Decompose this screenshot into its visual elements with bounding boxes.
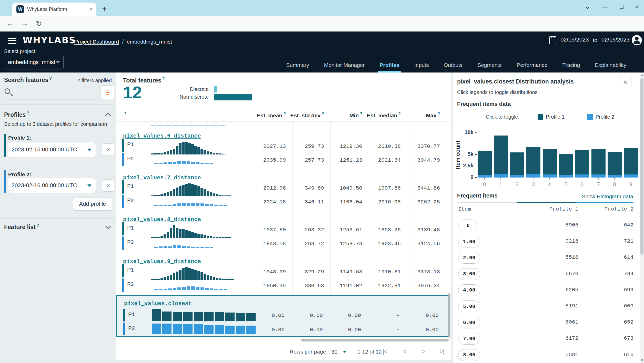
column-feature-name[interactable]: ? [123, 112, 127, 119]
calendar-icon[interactable] [549, 36, 556, 44]
x-tick-mark [614, 178, 615, 180]
tab-inputs[interactable]: Inputs [407, 58, 436, 72]
table-row[interactable]: pixel_values.7_distanceP1P22012.96349.89… [116, 171, 451, 212]
app-header: WHYLABS Project Dashboard / embeddings_m… [0, 32, 644, 72]
add-profile-button[interactable]: Add profile [73, 197, 112, 211]
x-tick-mark [582, 178, 582, 180]
help-icon[interactable]: ? [124, 112, 127, 116]
column-est-std-dev[interactable]: Est. std dev? [290, 112, 324, 119]
selected-row-outline[interactable]: pixel_values.closestP1P20.000.000.00-0.0… [116, 295, 450, 337]
tab-segments[interactable]: Segments [470, 58, 509, 72]
feature-link[interactable]: pixel_values.7_distance [123, 175, 201, 181]
chevron-down-icon[interactable] [343, 351, 347, 353]
profile1-remove-button[interactable]: × [102, 143, 114, 156]
x-tick-label: 8 [607, 181, 622, 188]
tab-profiles[interactable]: Profiles [372, 58, 407, 72]
help-icon[interactable]: ? [49, 76, 52, 80]
new-tab-button[interactable]: + [102, 4, 107, 14]
column-min[interactable]: Min? [349, 112, 362, 119]
date-to-input[interactable]: 02/16/2023 [601, 36, 630, 44]
horizontal-scrollbar[interactable] [301, 339, 449, 341]
chart-bar[interactable] [543, 149, 557, 178]
help-icon[interactable]: ? [37, 223, 39, 227]
browser-tab[interactable]: W WhyLabs Platform × [12, 3, 96, 16]
expand-chevron-icon[interactable] [105, 223, 111, 229]
back-icon[interactable]: ← [6, 19, 13, 28]
vertical-scrollbar[interactable] [448, 293, 450, 338]
help-icon[interactable]: ? [283, 112, 286, 116]
chart-bar[interactable] [510, 152, 524, 178]
chart-bar[interactable] [526, 147, 540, 178]
scroll-down-icon[interactable] [641, 359, 643, 361]
tab-summary[interactable]: Summary [279, 58, 317, 72]
close-window-icon[interactable]: × [635, 3, 639, 10]
profile2-count: 721 [453, 238, 633, 244]
profile1-accent-bar [123, 309, 125, 321]
user-avatar-icon[interactable] [632, 35, 642, 45]
feature-link[interactable]: pixel_values.8_distance [123, 216, 201, 223]
date-from-input[interactable]: 02/15/2023 [560, 36, 589, 44]
panel-scrollbar[interactable] [640, 72, 644, 363]
chart-bar[interactable] [624, 148, 638, 178]
restore-down-icon[interactable]: ⌄ [585, 3, 590, 10]
help-icon[interactable]: ? [27, 111, 29, 115]
filter-button[interactable] [100, 85, 114, 99]
prev-page-button[interactable]: < [402, 348, 406, 356]
panel-close-button[interactable]: × [619, 76, 631, 88]
forward-icon[interactable]: → [21, 19, 28, 28]
chart-bar[interactable] [494, 136, 508, 178]
help-icon[interactable]: ? [398, 112, 401, 116]
tab-monitor-manager[interactable]: Monitor Manager [317, 58, 372, 72]
maximize-icon[interactable]: □ [620, 3, 623, 10]
browser-titlebar: W WhyLabs Platform × + ⌄—□× [0, 0, 644, 16]
profile2-select[interactable]: 2023-02-16 00:00:00 UTC [7, 178, 96, 193]
last-page-button[interactable]: >| [439, 348, 444, 356]
next-page-button[interactable]: > [421, 348, 425, 356]
table-row[interactable]: pixel_values.8_distanceP1P21937.80263.32… [116, 212, 451, 254]
show-histogram-data-link[interactable]: Show Histogram data [582, 193, 633, 200]
column-est-mean[interactable]: Est. mean? [257, 112, 286, 119]
help-icon[interactable]: ? [162, 77, 165, 81]
profile1-select[interactable]: 2023-02-15 00:00:00 UTC [7, 142, 96, 157]
list-item: 7.006172673 [453, 331, 644, 347]
first-page-button[interactable]: |< [383, 348, 387, 356]
legend-profile2[interactable]: Profile 2 [587, 114, 614, 120]
column-max[interactable]: Max? [426, 112, 440, 119]
help-icon[interactable]: ? [437, 112, 440, 116]
breadcrumb-project-dashboard[interactable]: Project Dashboard [74, 39, 119, 45]
table-row[interactable]: pixel_values.9_distanceP1P21943.99329.29… [116, 254, 451, 296]
chart-bar[interactable] [575, 150, 589, 178]
tab-performance[interactable]: Performance [509, 58, 555, 72]
feature-link[interactable]: pixel_values.closest [124, 300, 192, 307]
feature-link[interactable]: pixel_values.9_distance [123, 258, 201, 265]
minimize-icon[interactable]: — [602, 3, 608, 10]
profile2-row-label: P2 [127, 281, 134, 287]
feature-link[interactable]: pixel_values.6_distance [123, 133, 201, 139]
rows-per-page-select[interactable]: 30 [331, 349, 337, 355]
column-est-median[interactable]: Est. median? [367, 112, 401, 119]
tab-outputs[interactable]: Outputs [436, 58, 470, 72]
feature-list-title: Feature list? [4, 223, 39, 231]
reload-icon[interactable]: ↻ [36, 19, 42, 28]
panel-scrollbar-thumb[interactable] [640, 78, 643, 255]
legend-profile1[interactable]: Profile 1 [538, 114, 565, 120]
chart-bar[interactable] [608, 152, 622, 178]
hamburger-menu-icon[interactable] [8, 38, 16, 45]
profile2-count: 642 [453, 222, 633, 228]
table-row[interactable]: pixel_values.6_distanceP1P22027.13259.73… [116, 129, 451, 171]
tab-tracing[interactable]: Tracing [555, 58, 587, 72]
help-icon[interactable]: ? [360, 112, 362, 116]
project-select[interactable]: embeddings_mnist [4, 55, 64, 69]
non-discrete-label: Non-discrete [157, 94, 209, 100]
profile2-remove-button[interactable]: × [102, 179, 114, 192]
search-input[interactable] [4, 99, 97, 99]
chart-bar[interactable] [478, 151, 492, 178]
collapse-chevron-icon[interactable] [105, 113, 111, 119]
scroll-up-icon[interactable] [641, 74, 643, 76]
tab-explainability[interactable]: Explainability [587, 58, 634, 72]
help-icon[interactable]: ? [321, 112, 324, 116]
tab-close-icon[interactable]: × [89, 6, 92, 13]
chart-bar[interactable] [591, 149, 606, 178]
main-nav-tabs: SummaryMonitor ManagerProfilesInputsOutp… [279, 58, 634, 72]
chart-bar[interactable] [559, 154, 573, 178]
